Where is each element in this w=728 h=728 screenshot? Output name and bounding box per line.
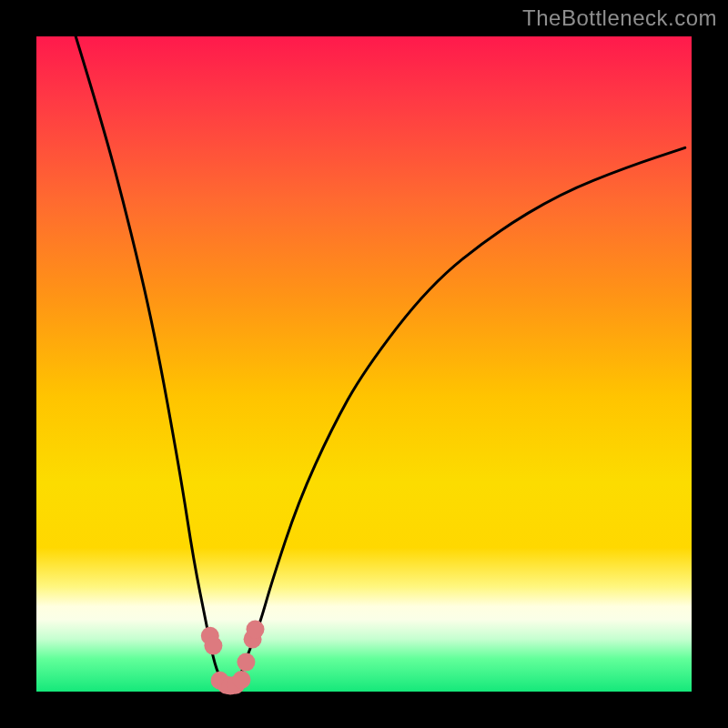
highlighted-points <box>201 621 265 695</box>
chart-overlay <box>36 36 692 692</box>
bottleneck-curve <box>76 36 685 685</box>
highlight-marker <box>237 653 255 672</box>
chart-frame: TheBottleneck.com <box>0 0 728 728</box>
plot-area <box>36 36 692 692</box>
highlight-marker <box>247 621 265 639</box>
highlight-marker <box>232 671 250 689</box>
attribution-text: TheBottleneck.com <box>522 5 717 31</box>
highlight-marker <box>204 637 222 655</box>
